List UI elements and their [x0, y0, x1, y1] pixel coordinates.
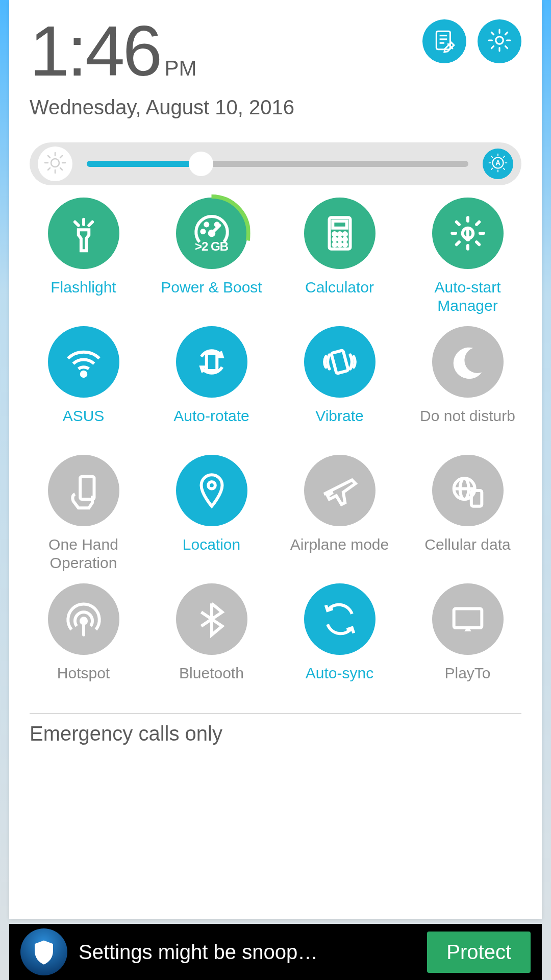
airplane-icon	[304, 455, 375, 526]
brightness-min-button[interactable]	[38, 146, 72, 181]
svg-point-45	[466, 237, 469, 240]
svg-line-10	[48, 156, 50, 158]
svg-point-40	[333, 243, 336, 246]
toggle-powerboost[interactable]: >2 GBPower & Boost	[147, 198, 276, 315]
toggle-dnd[interactable]: Do not disturb	[404, 326, 532, 444]
edit-icon	[432, 28, 457, 55]
svg-line-22	[504, 156, 505, 158]
toggle-label: Airplane mode	[290, 535, 389, 572]
svg-line-25	[74, 222, 78, 226]
brightness-control: A	[30, 142, 521, 185]
brightness-slider[interactable]	[87, 161, 468, 167]
wifi-icon	[48, 326, 119, 398]
clock[interactable]: 1:46 PM Wednesday, August 10, 2016	[30, 15, 422, 119]
toggle-label: Auto-rotate	[173, 407, 249, 444]
date-value: Wednesday, August 10, 2016	[30, 96, 422, 119]
toggle-vibrate[interactable]: Vibrate	[276, 326, 404, 444]
gear-warn-icon	[432, 198, 504, 269]
quick-settings-panel: 1:46 PM Wednesday, August 10, 2016	[9, 0, 542, 919]
toggle-label: Auto-sync	[306, 664, 373, 701]
toggle-autosync[interactable]: Auto-sync	[276, 583, 404, 701]
svg-point-41	[338, 243, 341, 246]
gear-icon	[487, 28, 512, 55]
toggle-label: Flashlight	[51, 278, 116, 315]
protect-button[interactable]: Protect	[427, 932, 531, 973]
svg-point-38	[338, 238, 341, 240]
sync-icon	[304, 583, 375, 655]
svg-point-34	[333, 233, 336, 235]
svg-point-42	[343, 243, 346, 246]
svg-line-13	[48, 168, 50, 170]
svg-point-50	[208, 482, 215, 489]
toggle-calculator[interactable]: Calculator	[276, 198, 404, 315]
toggle-autorotate[interactable]: Auto-rotate	[147, 326, 276, 444]
boost-free-memory: >2 GB	[195, 239, 228, 254]
toggle-location[interactable]: Location	[147, 455, 276, 572]
toggle-label: Power & Boost	[161, 278, 262, 315]
sun-icon	[43, 151, 67, 177]
pin-icon	[176, 455, 247, 526]
toggle-label: Cellular data	[424, 535, 510, 572]
toggle-bluetooth[interactable]: Bluetooth	[147, 583, 276, 701]
edit-toggles-button[interactable]	[422, 19, 466, 63]
flashlight-icon	[48, 198, 119, 269]
toggle-cellular[interactable]: Cellular data	[404, 455, 532, 572]
bluetooth-icon	[176, 583, 247, 655]
brightness-fill	[87, 161, 201, 167]
toggle-label: Location	[183, 535, 240, 572]
toggle-label: Hotspot	[57, 664, 110, 701]
toggle-label: Bluetooth	[179, 664, 244, 701]
svg-point-29	[202, 230, 204, 233]
time-meridiem: PM	[164, 56, 196, 81]
brightness-thumb[interactable]	[189, 152, 213, 176]
svg-line-26	[89, 222, 92, 226]
notification-title: Settings might be snoop…	[79, 941, 416, 964]
toggle-wifi[interactable]: ASUS	[19, 326, 147, 444]
header: 1:46 PM Wednesday, August 10, 2016	[9, 0, 542, 124]
svg-point-5	[51, 159, 59, 167]
toggle-airplane[interactable]: Airplane mode	[276, 455, 404, 572]
svg-point-37	[333, 238, 336, 240]
svg-point-30	[205, 223, 208, 226]
svg-line-21	[504, 168, 505, 170]
toggle-playto[interactable]: PlayTo	[404, 583, 532, 701]
svg-line-11	[60, 168, 62, 170]
svg-point-35	[338, 233, 341, 235]
cast-icon	[432, 583, 504, 655]
toggle-label: ASUS	[63, 407, 105, 444]
shield-icon	[20, 928, 67, 975]
svg-point-4	[496, 37, 504, 44]
svg-point-39	[343, 238, 346, 240]
auto-brightness-button[interactable]: A	[483, 149, 513, 179]
toggle-onehand[interactable]: One Hand Operation	[19, 455, 147, 572]
toggle-label: PlayTo	[444, 664, 490, 701]
svg-line-12	[60, 156, 62, 158]
svg-rect-48	[331, 350, 348, 374]
onehand-icon	[48, 455, 119, 526]
toggle-hotspot[interactable]: Hotspot	[19, 583, 147, 701]
notification-card[interactable]: Settings might be snoop… Protect	[9, 924, 542, 980]
toggle-label: One Hand Operation	[48, 535, 118, 572]
svg-line-20	[491, 156, 493, 158]
toggle-autostart[interactable]: Auto-start Manager	[404, 198, 532, 315]
toggle-label: Vibrate	[315, 407, 364, 444]
svg-rect-47	[206, 353, 217, 371]
toggle-label: Do not disturb	[420, 407, 515, 444]
calculator-icon	[304, 198, 375, 269]
hotspot-icon	[48, 583, 119, 655]
vibrate-icon	[304, 326, 375, 398]
globe-device-icon	[432, 455, 504, 526]
toggle-label: Auto-start Manager	[434, 278, 500, 315]
settings-button[interactable]	[478, 19, 521, 63]
toggle-flashlight[interactable]: Flashlight	[19, 198, 147, 315]
boost-icon: >2 GB	[176, 198, 247, 269]
toggles-grid: Flashlight>2 GBPower & BoostCalculatorAu…	[9, 185, 542, 708]
svg-point-46	[81, 372, 86, 377]
toggle-label: Calculator	[305, 278, 374, 315]
time-value: 1:46	[30, 15, 160, 87]
moon-icon	[432, 326, 504, 398]
svg-rect-57	[454, 609, 482, 628]
status-line: Emergency calls only	[9, 714, 542, 756]
auto-brightness-icon: A	[487, 152, 509, 176]
svg-text:A: A	[495, 159, 500, 167]
